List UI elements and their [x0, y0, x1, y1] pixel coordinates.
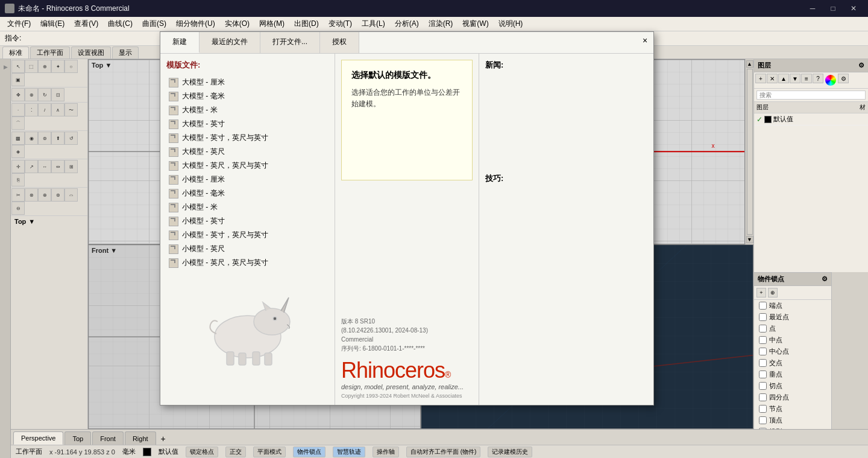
template-icon-10	[169, 217, 178, 226]
modal-tab-recent[interactable]: 最近的文件	[200, 32, 260, 53]
modal-right-panel: 新闻: 技巧:	[479, 54, 653, 405]
version-line1: 版本 8 SR10	[341, 317, 473, 326]
modal-header: 新建 最近的文件 打开文件... 授权 ×	[160, 32, 653, 54]
svg-point-20	[273, 317, 277, 320]
select-default-desc: 选择适合您的工作的单位与公差开始建模。	[351, 87, 462, 110]
template-icon-5	[169, 147, 178, 157]
template-small-m[interactable]: 小模型 - 米	[166, 200, 329, 214]
template-icon-11	[169, 231, 178, 240]
svg-rect-22	[239, 353, 246, 365]
template-small-in-ft[interactable]: 小模型 - 英寸，英尺与英寸	[166, 228, 329, 242]
template-large-in-ft[interactable]: 大模型 - 英寸，英尺与英寸	[166, 131, 329, 145]
template-small-cm[interactable]: 小模型 - 厘米	[166, 173, 329, 186]
template-section-title: 模版文件:	[166, 60, 329, 71]
template-icon-3	[169, 119, 178, 129]
svg-rect-24	[265, 353, 272, 365]
modal-close-button[interactable]: ×	[637, 32, 653, 49]
template-large-in[interactable]: 大模型 - 英寸	[166, 117, 329, 131]
version-line4: 序列号: 6-1800-0101-1-****-****	[341, 344, 473, 353]
template-large-ft[interactable]: 大模型 - 英尺	[166, 145, 329, 159]
version-line2: (8.10.24226.13001, 2024-08-13)	[341, 326, 473, 335]
rhino-3d-logo	[187, 279, 308, 376]
rhino-logo-section: Rhinoceros ® design, model, present, ana…	[341, 358, 473, 399]
template-small-ft-in[interactable]: 小模型 - 英尺，英尺与英寸	[166, 256, 329, 270]
template-small-in[interactable]: 小模型 - 英寸	[166, 214, 329, 228]
template-large-m[interactable]: 大模型 - 米	[166, 103, 329, 117]
modal-overlay: 新建 最近的文件 打开文件... 授权 × 模版文件: 大模型 - 厘米	[0, 0, 868, 458]
select-default-box: 选择默认的模版文件。 选择适合您的工作的单位与公差开始建模。	[341, 60, 473, 180]
rhino-trademark: ®	[445, 370, 451, 380]
template-icon-6	[169, 161, 178, 171]
modal-center: 选择默认的模版文件。 选择适合您的工作的单位与公差开始建模。 版本 8 SR10…	[335, 54, 479, 405]
rhino-tagline: design, model, present, analyze, realize…	[341, 383, 473, 390]
rhino-copyright: Copyright 1993-2024 Robert McNeel & Asso…	[341, 393, 473, 399]
version-info: 版本 8 SR10 (8.10.24226.13001, 2024-08-13)…	[341, 317, 473, 353]
template-large-ft-in[interactable]: 大模型 - 英尺，英尺与英寸	[166, 159, 329, 173]
template-icon-7	[169, 175, 178, 185]
new-file-modal: 新建 最近的文件 打开文件... 授权 × 模版文件: 大模型 - 厘米	[160, 31, 654, 406]
svg-rect-23	[253, 352, 260, 365]
rhino-logo-text-group: Rhinoceros ®	[341, 358, 473, 383]
news-title: 新闻:	[485, 60, 647, 71]
template-icon-1	[169, 92, 178, 101]
template-icon-0	[169, 78, 178, 87]
template-icon-13	[169, 258, 178, 268]
modal-template-list: 模版文件: 大模型 - 厘米 大模型 - 毫米 大模型 - 米	[160, 54, 335, 405]
template-icon-4	[169, 133, 178, 143]
modal-tab-license[interactable]: 授权	[320, 32, 359, 53]
template-icon-12	[169, 244, 178, 254]
template-large-cm[interactable]: 大模型 - 厘米	[166, 75, 329, 89]
tips-title: 技巧:	[485, 173, 647, 184]
modal-tab-open[interactable]: 打开文件...	[260, 32, 320, 53]
select-default-title: 选择默认的模版文件。	[351, 70, 462, 81]
rhino-branding: 版本 8 SR10 (8.10.24226.13001, 2024-08-13)…	[341, 317, 473, 399]
template-large-mm[interactable]: 大模型 - 毫米	[166, 89, 329, 103]
rhino-logo-name: Rhinoceros	[341, 358, 445, 383]
template-icon-8	[169, 189, 178, 199]
version-line3: Commercial	[341, 335, 473, 344]
template-small-mm[interactable]: 小模型 - 毫米	[166, 186, 329, 200]
template-icon-2	[169, 106, 178, 115]
svg-point-19	[254, 308, 290, 335]
modal-tab-new[interactable]: 新建	[160, 32, 200, 53]
template-small-ft[interactable]: 小模型 - 英尺	[166, 242, 329, 256]
news-content	[485, 75, 647, 166]
template-icon-9	[169, 203, 178, 212]
svg-rect-21	[227, 352, 234, 365]
modal-body: 模版文件: 大模型 - 厘米 大模型 - 毫米 大模型 - 米	[160, 54, 653, 405]
